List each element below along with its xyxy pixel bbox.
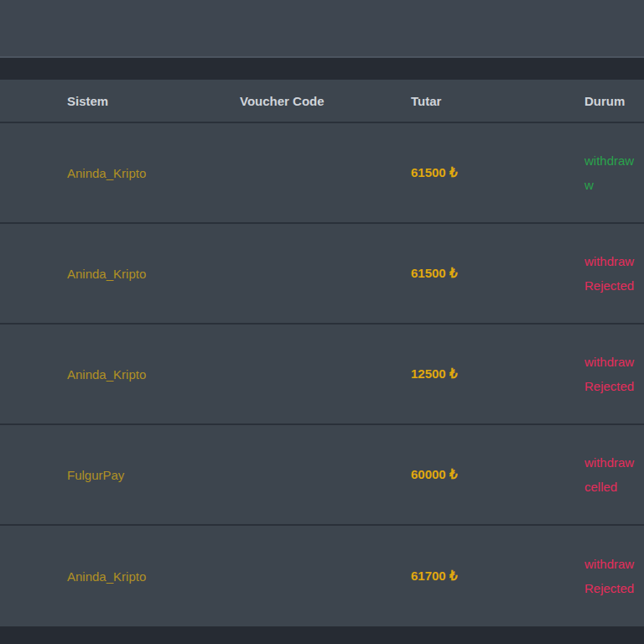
status-cell-text: withdrawRejected xyxy=(584,325,644,423)
table-row[interactable]: Aninda_Kripto 61500 ₺ withdrawRejected xyxy=(0,224,644,325)
top-toolbar xyxy=(0,0,644,58)
table-body: Aninda_Kripto 61500 ₺ withdraww Aninda_K… xyxy=(0,123,644,626)
table-row[interactable]: Aninda_Kripto 61700 ₺ withdrawRejected xyxy=(0,526,644,626)
amount-cell-text: 60000 ₺ xyxy=(411,425,457,524)
system-cell-text: Aninda_Kripto xyxy=(67,526,146,626)
amount-cell-text: 12500 ₺ xyxy=(411,325,457,423)
status-cell-text: withdraww xyxy=(584,123,644,222)
column-header-voucher-code: Voucher Code xyxy=(240,80,325,122)
status-cell-text: withdrawRejected xyxy=(584,224,644,323)
system-cell-text: Aninda_Kripto xyxy=(67,325,146,423)
table-row[interactable]: Aninda_Kripto 12500 ₺ withdrawRejected xyxy=(0,325,644,425)
section-gap xyxy=(0,58,644,80)
system-cell-text: Aninda_Kripto xyxy=(67,224,146,323)
system-cell-text: FulgurPay xyxy=(67,425,124,524)
status-cell-text: withdrawRejected xyxy=(584,526,644,626)
amount-cell-text: 61500 ₺ xyxy=(411,224,457,323)
withdrawals-table: Sistem Voucher Code Tutar Durum Aninda_K… xyxy=(0,80,644,626)
column-header-tutar: Tutar xyxy=(411,80,441,122)
status-cell-text: withdrawcelled xyxy=(584,425,644,524)
table-row[interactable]: Aninda_Kripto 61500 ₺ withdraww xyxy=(0,123,644,224)
system-cell-text: Aninda_Kripto xyxy=(67,123,146,222)
amount-cell-text: 61700 ₺ xyxy=(411,526,457,626)
column-header-durum: Durum xyxy=(584,80,625,122)
column-header-sistem: Sistem xyxy=(67,80,108,122)
table-header-row: Sistem Voucher Code Tutar Durum xyxy=(0,80,644,123)
table-row[interactable]: FulgurPay 60000 ₺ withdrawcelled xyxy=(0,425,644,526)
amount-cell-text: 61500 ₺ xyxy=(411,123,457,222)
